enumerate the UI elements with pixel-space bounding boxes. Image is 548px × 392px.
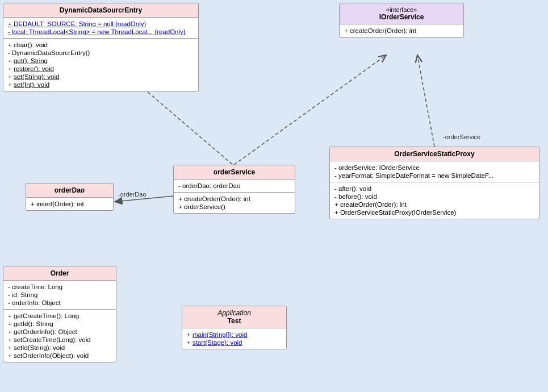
method-insert: + insert(Order): int [31,200,108,208]
test-title: Test [187,317,282,325]
dynamic-data-sourcer-entry-header: DynamicDataSourcrEntry [3,3,198,18]
method-get-id: + getId(): String [8,320,111,328]
method-constructor-proxy: + OrderServiceStaticProxy(IOrderService) [334,208,534,216]
ddse-to-order-service-arrow [148,92,233,165]
uml-diagram: DynamicDataSourcrEntry + DEDAULT_SOURCE:… [0,0,548,392]
method-order-service-constructor: + orderService() [178,203,290,211]
method-set-create-time: + setCreateTime(Long): void [8,336,111,344]
application-test-box: Application Test + main(String[]): void … [182,306,287,349]
method-before: - before(): void [334,193,534,201]
application-test-header: Application Test [182,306,286,328]
iorder-service-methods: + createOrder(Order): int [340,24,463,37]
method-clear: + clear(): void [8,41,194,49]
field-order-info: - orderInfo: Object [8,299,111,307]
order-dao-methods: + insert(Order): int [26,198,113,210]
order-box: Order - createTime: Long - id: String - … [3,266,116,362]
dynamic-data-sourcer-entry-methods: + clear(): void - DynamicDataSourcrEntry… [3,39,198,91]
method-main: + main(String[]): void [187,331,282,339]
method-start: + start(Stage): void [187,339,282,347]
order-header: Order [3,266,116,281]
method-create-order-service: + createOrder(Order): int [178,195,290,203]
order-service-fields: - orderDao: orderDao [174,180,295,193]
order-methods: + getCreateTime(): Long + getId(): Strin… [3,310,116,362]
order-service-static-proxy-fields: - orderService: IOrderService - yearForm… [330,161,539,182]
method-after: - after(): void [334,185,534,193]
method-constructor: - DynamicDataSourcrEntry() [8,49,194,57]
field-order-service: - orderService: IOrderService [334,164,534,172]
order-dao-header: orderDao [26,184,113,198]
method-get-order-info: + getOrderInfo(): Object [8,328,111,336]
iorder-service-header: «interface» IOrderService [340,3,463,24]
order-service-header: orderService [174,165,295,180]
method-set-int: + set(Int): void [8,81,194,89]
method-get-create-time: + getCreateTime(): Long [8,312,111,320]
method-create-order-interface: + createOrder(Order): int [344,27,459,35]
application-test-methods: + main(String[]): void + start(Stage): v… [182,328,286,349]
method-set-id: + setId(String): void [8,344,111,352]
order-dao-box: orderDao + insert(Order): int [26,183,114,211]
field-local: - local: ThreadLocal<String> = new Threa… [8,28,194,36]
proxy-to-iorder-service-arrow [417,55,434,147]
field-dedault-source: + DEDAULT_SOURCE: String = null {readOnl… [8,20,194,28]
method-set-string: + set(String): void [8,73,194,81]
field-year-format: - yearFormat: SimpleDateFormat = new Sim… [334,172,534,180]
order-fields: - createTime: Long - id: String - orderI… [3,281,116,310]
dynamic-data-sourcer-entry-fields: + DEDAULT_SOURCE: String = null {readOnl… [3,18,198,39]
iorder-service-box: «interface» IOrderService + createOrder(… [339,3,464,37]
dynamic-data-sourcer-entry-box: DynamicDataSourcrEntry + DEDAULT_SOURCE:… [3,3,199,91]
field-id: - id: String [8,291,111,299]
order-service-box: orderService - orderDao: orderDao + crea… [173,165,295,214]
order-service-static-proxy-methods: - after(): void - before(): void + creat… [330,182,539,219]
iorder-service-title: IOrderService [344,13,459,21]
order-service-methods: + createOrder(Order): int + orderService… [174,193,295,213]
order-service-static-proxy-header: OrderServiceStaticProxy [330,147,539,161]
method-set-order-info: + setOrderInfo(Object): void [8,352,111,360]
order-service-label: -orderService [443,134,480,140]
method-restore: + restore(): void [8,65,194,73]
application-italic: Application [187,309,282,317]
stereotype-label: «interface» [344,6,459,13]
order-service-static-proxy-box: OrderServiceStaticProxy - orderService: … [329,147,539,219]
order-dao-label: -orderDao [118,191,147,198]
method-get: + get(): String [8,57,194,65]
field-order-dao: - orderDao: orderDao [178,182,290,190]
field-create-time: - createTime: Long [8,283,111,291]
method-create-order-proxy: + createOrder(Order): int [334,201,534,208]
